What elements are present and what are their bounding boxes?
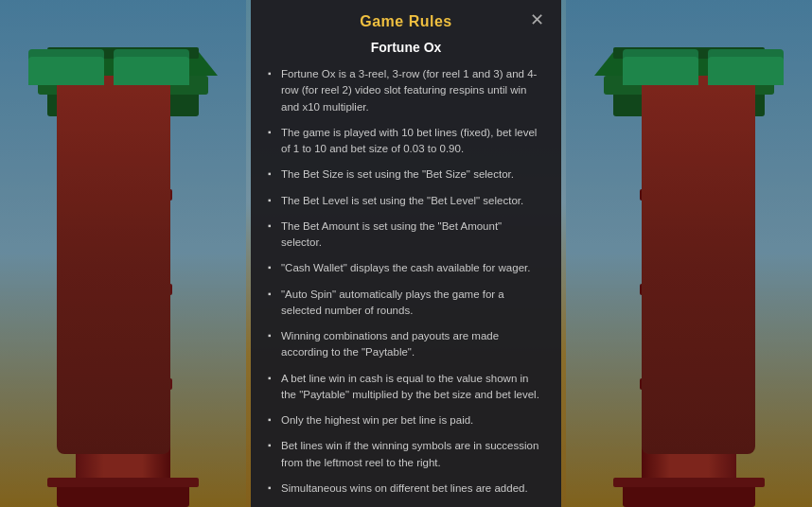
rule-item: The Bet Amount is set using the "Bet Amo… <box>268 219 544 252</box>
rule-item: Simultaneous wins on different bet lines… <box>268 481 544 497</box>
close-button[interactable]: ✕ <box>525 9 548 31</box>
rule-item: The Bet Level is set using the "Bet Leve… <box>268 193 544 209</box>
rule-item: Bet lines win if the winning symbols are… <box>268 438 544 471</box>
rule-item: Fortune Ox is a 3-reel, 3-row (for reel … <box>268 66 544 115</box>
rule-item: The game is played with 10 bet lines (fi… <box>268 125 544 158</box>
rule-item: Winning combinations and payouts are mad… <box>268 328 544 361</box>
rule-item: Only the highest win per bet line is pai… <box>268 412 544 428</box>
modal-title: Game Rules <box>360 13 451 30</box>
modal-header: Game Rules ✕ <box>251 0 561 40</box>
rule-item: "Cash Wallet" displays the cash availabl… <box>268 260 544 276</box>
rule-item: A bet line win in cash is equal to the v… <box>268 371 544 404</box>
rule-item: The Bet Size is set using the "Bet Size"… <box>268 166 544 183</box>
game-rules-modal: Game Rules ✕ Fortune Ox Fortune Ox is a … <box>251 0 561 507</box>
game-name: Fortune Ox <box>268 40 544 55</box>
rule-item: "Auto Spin" automatically plays the game… <box>268 287 544 320</box>
modal-body[interactable]: Fortune Ox Fortune Ox is a 3-reel, 3-row… <box>251 40 561 507</box>
rules-list: Fortune Ox is a 3-reel, 3-row (for reel … <box>268 66 544 507</box>
